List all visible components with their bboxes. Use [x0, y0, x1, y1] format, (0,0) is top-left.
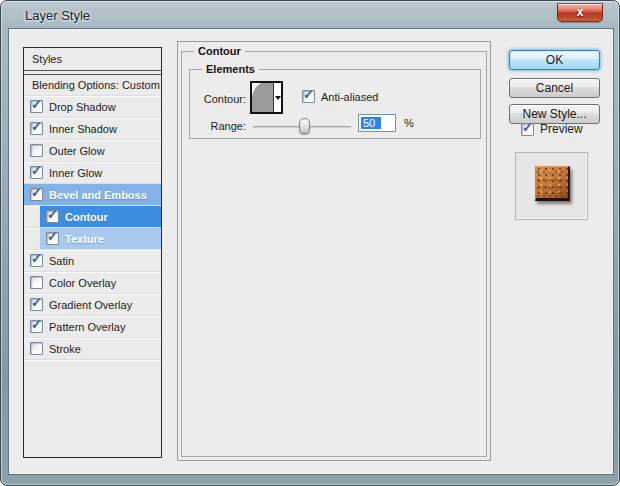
check-icon: ✓	[47, 208, 58, 221]
sidebar-item-gradient-overlay[interactable]: ✓ Gradient Overlay	[24, 294, 161, 316]
sidebar-item-label: Texture	[65, 233, 104, 245]
check-icon: ✓	[31, 318, 42, 331]
sidebar-item-bevel-and-emboss[interactable]: ✓ Bevel and Emboss	[24, 184, 161, 206]
contour-picker-dropdown[interactable]	[250, 81, 283, 114]
dialog-client-area: Styles Blending Options: Custom ✓ Drop S…	[8, 28, 614, 475]
cancel-button[interactable]: Cancel	[509, 78, 600, 98]
elements-groupbox: Elements Contour:	[189, 69, 481, 139]
chevron-down-icon	[275, 96, 281, 100]
sidebar-item-stroke[interactable]: ✓ Stroke	[24, 338, 161, 360]
styles-list: Styles Blending Options: Custom ✓ Drop S…	[23, 47, 162, 458]
sidebar-item-pattern-overlay[interactable]: ✓ Pattern Overlay	[24, 316, 161, 338]
contour-dropdown-arrow[interactable]	[273, 83, 281, 112]
range-value-selected-text: 50	[361, 117, 381, 129]
contour-groupbox: Contour Elements Contour:	[181, 51, 487, 457]
sidebar-item-label: Contour	[65, 211, 108, 223]
check-icon: ✓	[522, 121, 533, 134]
style-item-checkbox[interactable]: ✓	[46, 210, 59, 223]
sidebar-item-label: Inner Shadow	[49, 123, 117, 135]
window-title: Layer Style	[25, 8, 90, 23]
sidebar-item-drop-shadow[interactable]: ✓ Drop Shadow	[24, 96, 161, 118]
style-item-checkbox[interactable]: ✓	[30, 254, 43, 267]
style-item-checkbox[interactable]: ✓	[30, 122, 43, 135]
sidebar-item-label: Drop Shadow	[49, 101, 116, 113]
sidebar-item-contour[interactable]: ✓ Contour	[24, 206, 161, 228]
check-icon: ✓	[31, 296, 42, 309]
range-field-label: Range:	[198, 120, 246, 132]
check-icon: ✓	[303, 88, 314, 101]
contour-field-label: Contour:	[198, 93, 246, 105]
style-preview-panel	[515, 152, 588, 220]
style-item-checkbox[interactable]: ✓	[30, 188, 43, 201]
contour-curve-thumbnail	[252, 83, 273, 112]
range-slider-thumb[interactable]	[299, 118, 310, 134]
anti-aliased-checkbox[interactable]: ✓	[302, 90, 315, 103]
close-button[interactable]: x	[557, 3, 603, 22]
preview-label: Preview	[540, 122, 583, 136]
styles-list-header: Styles	[24, 48, 161, 71]
preview-checkbox[interactable]: ✓	[521, 123, 534, 136]
sidebar-item-label: Pattern Overlay	[49, 321, 125, 333]
sidebar-item-label: Blending Options: Custom	[32, 79, 160, 91]
check-icon: ✓	[31, 120, 42, 133]
sidebar-item-texture[interactable]: ✓ Texture	[24, 228, 161, 250]
close-icon: x	[577, 5, 584, 19]
check-icon: ✓	[31, 186, 42, 199]
sidebar-item-label: Color Overlay	[49, 277, 116, 289]
style-preview-thumbnail	[535, 166, 570, 201]
sidebar-item-label: Inner Glow	[49, 167, 102, 179]
sidebar-item-blending-options-custom[interactable]: Blending Options: Custom	[24, 75, 161, 96]
check-icon: ✓	[47, 230, 58, 243]
main-panel: Contour Elements Contour:	[177, 41, 491, 461]
anti-aliased-label: Anti-aliased	[321, 91, 378, 103]
range-unit-label: %	[404, 117, 414, 129]
style-item-checkbox[interactable]: ✓	[46, 232, 59, 245]
sidebar-item-label: Satin	[49, 255, 74, 267]
sidebar-item-label: Outer Glow	[49, 145, 105, 157]
sidebar-item-satin[interactable]: ✓ Satin	[24, 250, 161, 272]
style-item-checkbox[interactable]: ✓	[30, 144, 43, 157]
check-icon: ✓	[31, 252, 42, 265]
sidebar-item-label: Gradient Overlay	[49, 299, 132, 311]
ok-button[interactable]: OK	[509, 50, 600, 70]
style-item-checkbox[interactable]: ✓	[30, 342, 43, 355]
sidebar-item-inner-shadow[interactable]: ✓ Inner Shadow	[24, 118, 161, 140]
sidebar-item-label: Stroke	[49, 343, 81, 355]
style-item-checkbox[interactable]: ✓	[30, 276, 43, 289]
sidebar-item-outer-glow[interactable]: ✓ Outer Glow	[24, 140, 161, 162]
title-bar[interactable]: Layer Style x	[1, 1, 619, 29]
layer-style-dialog: Layer Style x Styles Blending Options: C…	[0, 0, 620, 486]
sidebar-item-inner-glow[interactable]: ✓ Inner Glow	[24, 162, 161, 184]
style-item-checkbox[interactable]: ✓	[30, 298, 43, 311]
elements-group-title: Elements	[202, 63, 259, 75]
check-icon: ✓	[31, 98, 42, 111]
style-item-checkbox[interactable]: ✓	[30, 100, 43, 113]
style-item-checkbox[interactable]: ✓	[30, 166, 43, 179]
contour-group-title: Contour	[194, 45, 245, 57]
range-slider[interactable]	[253, 117, 351, 137]
check-icon: ✓	[31, 164, 42, 177]
style-item-checkbox[interactable]: ✓	[30, 320, 43, 333]
sidebar-item-color-overlay[interactable]: ✓ Color Overlay	[24, 272, 161, 294]
sidebar-item-label: Bevel and Emboss	[49, 189, 147, 201]
range-value-input[interactable]: 50	[358, 114, 396, 132]
